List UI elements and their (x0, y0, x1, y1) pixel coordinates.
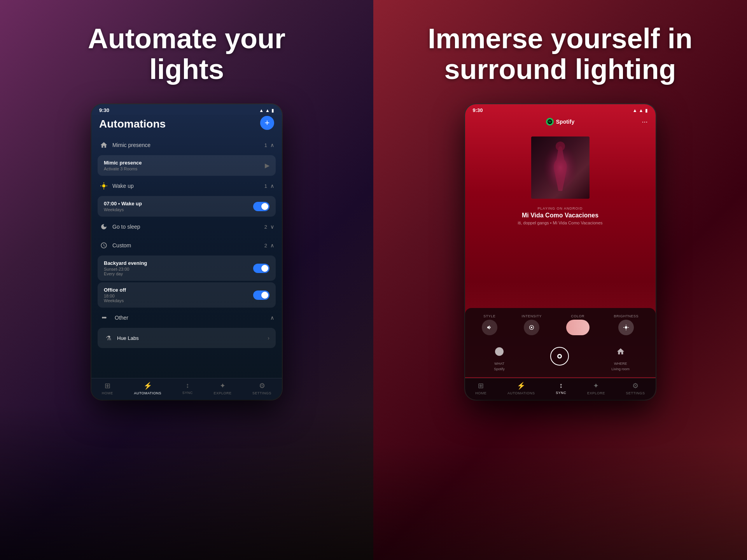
office-detail2: Weekdays (104, 298, 253, 303)
backyard-detail2: Every day (104, 271, 253, 276)
signal-icon: ▲ (259, 108, 264, 113)
home-label-right: HOME (475, 391, 486, 395)
office-info: Office off 18:00 Weekdays (104, 287, 253, 303)
section-header-mimic[interactable]: Mimic presence 1 ∧ (91, 136, 282, 154)
wake-chevron: ∧ (270, 183, 274, 189)
nav-explore-right[interactable]: ✦ EXPLORE (587, 382, 605, 395)
where-button[interactable]: WHERE Living room (611, 343, 630, 371)
nav-automations-right[interactable]: ⚡ AUTOMATIONS (507, 382, 535, 395)
signal-icon-right: ▲ (633, 108, 637, 113)
mimic-presence-item[interactable]: Mimic presence Activate 3 Rooms ▶ (98, 155, 276, 176)
settings-label-left: SETTINGS (252, 391, 271, 395)
controls-panel: STYLE INTENSITY (465, 308, 656, 377)
explore-label-left: EXPLORE (213, 391, 231, 395)
spotify-icon (546, 118, 554, 126)
wake-up-item[interactable]: 07:00 • Wake up Weekdays (98, 196, 276, 217)
what-button[interactable]: WHAT Spotify (491, 343, 508, 371)
right-tablet: 9:30 ▲ ▲ ▮ Spotify (465, 104, 656, 400)
media-row: WHAT Spotify (470, 340, 651, 374)
office-off-item[interactable]: Office off 18:00 Weekdays (98, 282, 276, 308)
mimic-chevron: ∧ (270, 142, 274, 148)
what-icon (491, 343, 508, 360)
section-header-sleep[interactable]: Go to sleep 2 ∨ (91, 218, 282, 235)
headline-line2: lights (149, 54, 224, 85)
album-art-figure (531, 136, 590, 199)
right-headline: Immerse yourself in surround lighting (428, 23, 692, 85)
home-icon-right: ⊞ (478, 382, 484, 390)
style-button[interactable] (482, 320, 497, 335)
status-icons-right: ▲ ▲ ▮ (633, 108, 648, 113)
mimic-item-detail: Activate 3 Rooms (104, 166, 265, 171)
style-label: STYLE (483, 314, 495, 318)
hue-labs-left: ⚗ Hue Labs (104, 333, 139, 343)
spotify-name: Spotify (556, 119, 574, 125)
backyard-toggle[interactable] (253, 264, 269, 273)
where-icon (612, 343, 629, 360)
home-label: HOME (102, 391, 113, 395)
svg-point-1 (556, 142, 565, 151)
mimic-item-info: Mimic presence Activate 3 Rooms (104, 160, 265, 171)
section-header-custom[interactable]: Custom 2 ∧ (91, 237, 282, 254)
section-wake-up: Wake up 1 ∧ 07:00 • Wake up Weekdays (91, 177, 282, 217)
sync-icon-left: ↕ (186, 382, 189, 390)
backyard-info: Backyard evening Sunset-23:00 Every day (104, 260, 253, 276)
wake-toggle[interactable] (253, 202, 269, 211)
color-label: COLOR (571, 314, 585, 318)
nav-explore-left[interactable]: ✦ EXPLORE (213, 382, 231, 395)
section-custom: Custom 2 ∧ Backyard evening Sunset-23:00… (91, 237, 282, 308)
settings-label-right: SETTINGS (626, 391, 645, 395)
left-headline: Automate your lights (88, 23, 285, 85)
mimic-count: 1 (264, 142, 267, 148)
more-button[interactable]: ··· (642, 118, 647, 126)
status-bar-left: 9:30 ▲ ▲ ▮ (91, 104, 282, 115)
status-bar-right: 9:30 ▲ ▲ ▮ (465, 104, 656, 115)
status-icons-left: ▲ ▲ ▮ (259, 108, 274, 113)
backyard-item[interactable]: Backyard evening Sunset-23:00 Every day (98, 256, 276, 281)
section-header-wake[interactable]: Wake up 1 ∧ (91, 177, 282, 194)
wifi-icon: ▲ (265, 108, 270, 113)
headline-line1: Automate your (88, 23, 285, 54)
mimic-item-name: Mimic presence (104, 160, 265, 166)
right-panel: Immerse yourself in surround lighting 9:… (373, 0, 747, 560)
office-toggle[interactable] (253, 290, 269, 300)
nav-settings-right[interactable]: ⚙ SETTINGS (626, 382, 645, 395)
explore-icon-left: ✦ (220, 382, 226, 390)
playing-on-label: PLAYING ON ANDROID (465, 206, 656, 210)
nav-automations-left[interactable]: ⚡ AUTOMATIONS (134, 382, 161, 395)
section-header-other[interactable]: ••• Other ∧ (91, 309, 282, 326)
color-control: COLOR (566, 314, 590, 335)
automations-label: AUTOMATIONS (134, 391, 161, 395)
right-headline-line1: Immerse yourself in (428, 23, 692, 54)
wake-item-name: 07:00 • Wake up (104, 201, 253, 206)
sleep-icon (99, 222, 108, 231)
settings-icon-left: ⚙ (259, 382, 265, 390)
bottom-nav-right: ⊞ HOME ⚡ AUTOMATIONS ↕ SYNC ✦ EXPLORE (465, 378, 656, 400)
nav-settings-left[interactable]: ⚙ SETTINGS (252, 382, 271, 395)
section-other: ••• Other ∧ (91, 309, 282, 326)
wake-count: 1 (264, 183, 267, 189)
color-button[interactable] (566, 320, 590, 335)
hue-labs-item[interactable]: ⚗ Hue Labs › (98, 328, 276, 348)
nav-home-left[interactable]: ⊞ HOME (102, 382, 113, 395)
left-panel: Automate your lights 9:30 ▲ ▲ ▮ + Autom (0, 0, 373, 560)
office-name: Office off (104, 287, 253, 293)
song-title: Mi Vida Como Vacaciones (465, 212, 656, 219)
album-art (531, 136, 590, 199)
brightness-button[interactable] (618, 320, 634, 335)
explore-icon-right: ✦ (593, 382, 599, 390)
automations-icon: ⚡ (143, 382, 152, 390)
nav-sync-right[interactable]: ↕ SYNC (556, 382, 566, 395)
svg-point-5 (558, 355, 561, 357)
wake-up-label: Wake up (112, 183, 264, 189)
other-icon: ••• (99, 313, 108, 322)
nav-sync-left[interactable]: ↕ SYNC (182, 382, 193, 395)
sync-center-button[interactable] (550, 347, 569, 367)
spotify-logo: Spotify (546, 118, 574, 126)
automations-icon-right: ⚡ (517, 382, 525, 390)
intensity-button[interactable] (524, 320, 539, 335)
song-artist: iti, doppel gangs • Mi Vida Como Vacacio… (465, 220, 656, 225)
hue-labs-text: Hue Labs (117, 335, 139, 341)
mimic-presence-icon (99, 140, 108, 150)
custom-count: 2 (264, 243, 267, 248)
nav-home-right[interactable]: ⊞ HOME (475, 382, 486, 395)
